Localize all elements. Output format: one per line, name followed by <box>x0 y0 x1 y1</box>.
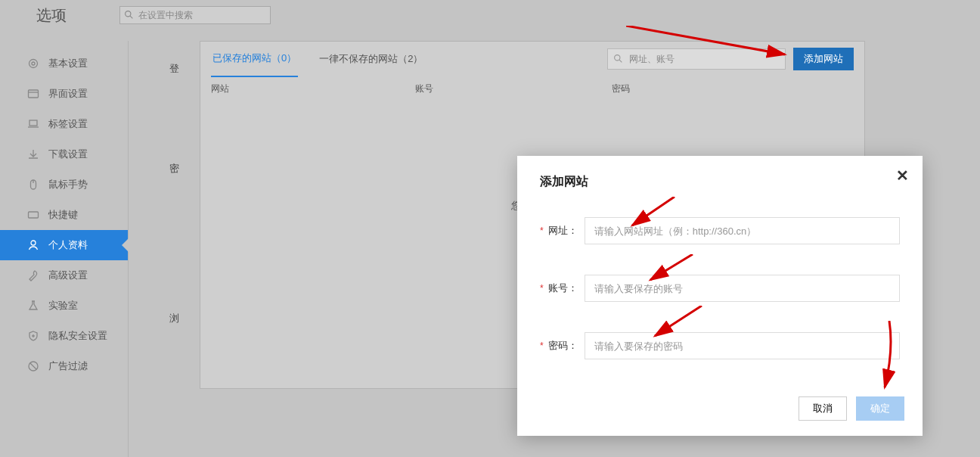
sidebar-item-profile[interactable]: 个人资料 <box>0 230 128 260</box>
search-icon <box>613 54 623 64</box>
settings-search-wrap <box>119 6 271 24</box>
sidebar-item-label: 快捷键 <box>48 208 78 222</box>
th-site: 网站 <box>211 82 415 95</box>
required-mark: * <box>540 340 544 351</box>
form-row-password: * 密码： <box>540 332 900 359</box>
tab-saved-sites[interactable]: 已保存的网站（0） <box>211 41 298 77</box>
sidebar-item-privacy[interactable]: 隐私安全设置 <box>0 321 128 351</box>
user-icon <box>27 239 39 251</box>
url-label: 网址： <box>548 224 585 238</box>
cancel-button[interactable]: 取消 <box>799 396 847 421</box>
sidebar-item-shortcuts[interactable]: 快捷键 <box>0 200 128 230</box>
sidebar-item-label: 高级设置 <box>48 269 88 282</box>
sidebar-item-label: 个人资料 <box>48 238 88 252</box>
sidebar-item-label: 基本设置 <box>48 57 88 70</box>
svg-point-19 <box>615 55 620 61</box>
sidebar-item-lab[interactable]: 实验室 <box>0 291 128 321</box>
required-mark: * <box>540 283 544 294</box>
shield-icon <box>27 330 39 342</box>
wrench-icon <box>27 269 39 281</box>
svg-line-20 <box>619 60 622 62</box>
mouse-icon <box>27 179 39 191</box>
page-title: 选项 <box>36 5 67 26</box>
gear-icon <box>27 58 39 70</box>
svg-rect-6 <box>29 120 37 126</box>
sidebar-item-advanced[interactable]: 高级设置 <box>0 260 128 291</box>
svg-line-18 <box>30 363 36 369</box>
sidebar-item-label: 标签设置 <box>48 117 88 131</box>
window-icon <box>27 88 39 100</box>
section-label-browse: 浏 <box>169 312 179 325</box>
section-label-login: 登 <box>169 62 179 76</box>
keyboard-icon <box>27 209 39 221</box>
svg-point-3 <box>32 62 35 65</box>
table-header: 网站 账号 密码 <box>200 76 864 101</box>
form-row-account: * 账号： <box>540 275 900 302</box>
svg-rect-10 <box>29 212 39 218</box>
section-label-password: 密 <box>169 162 179 176</box>
filter-wrap <box>607 48 786 70</box>
account-label: 账号： <box>548 281 585 295</box>
search-icon <box>124 10 134 20</box>
sidebar-item-mouse[interactable]: 鼠标手势 <box>0 169 128 200</box>
sidebar-item-label: 下载设置 <box>48 148 88 161</box>
sidebar-item-tabs[interactable]: 标签设置 <box>0 109 128 139</box>
confirm-button[interactable]: 确定 <box>856 396 904 421</box>
account-input[interactable] <box>585 275 900 302</box>
svg-point-0 <box>126 11 131 17</box>
form-row-url: * 网址： <box>540 217 900 244</box>
add-site-button[interactable]: 添加网站 <box>793 48 854 70</box>
required-mark: * <box>540 225 544 236</box>
sidebar-item-label: 广告过滤 <box>48 359 88 373</box>
sidebar-item-adblock[interactable]: 广告过滤 <box>0 351 128 381</box>
sidebar-item-label: 界面设置 <box>48 87 88 101</box>
sidebar-item-label: 隐私安全设置 <box>48 329 107 343</box>
url-input[interactable] <box>585 217 900 244</box>
modal-close-button[interactable]: ✕ <box>896 166 909 185</box>
close-icon: ✕ <box>896 167 909 184</box>
sidebar-item-download[interactable]: 下载设置 <box>0 139 128 169</box>
sidebar-item-label: 鼠标手势 <box>48 178 88 191</box>
sidebar-item-basic[interactable]: 基本设置 <box>0 48 128 79</box>
password-input[interactable] <box>585 332 900 359</box>
tab-never-save[interactable]: 一律不保存的网站（2） <box>318 42 424 76</box>
svg-point-14 <box>31 241 36 245</box>
svg-point-2 <box>29 60 38 68</box>
svg-rect-4 <box>29 90 39 98</box>
panel-tabs: 已保存的网站（0） 一律不保存的网站（2） 添加网站 <box>200 42 864 76</box>
filter-input[interactable] <box>607 48 786 70</box>
svg-line-1 <box>130 16 132 18</box>
add-site-modal: 添加网站 ✕ * 网址： * 账号： * 密码： 取消 确定 <box>517 156 923 436</box>
flask-icon <box>27 300 39 312</box>
laptop-icon <box>27 118 39 130</box>
password-label: 密码： <box>548 339 585 353</box>
settings-search-input[interactable] <box>119 6 271 24</box>
download-icon <box>27 148 39 160</box>
topbar: 选项 <box>0 0 980 30</box>
sidebar-item-label: 实验室 <box>48 299 78 312</box>
sidebar: 基本设置 界面设置 标签设置 下载设置 鼠标手势 快捷键 个人资料 高级设置 <box>0 41 129 457</box>
modal-title: 添加网站 <box>540 174 900 190</box>
sidebar-item-ui[interactable]: 界面设置 <box>0 79 128 109</box>
th-password: 密码 <box>612 82 854 95</box>
block-icon <box>27 360 39 372</box>
th-account: 账号 <box>415 82 612 95</box>
